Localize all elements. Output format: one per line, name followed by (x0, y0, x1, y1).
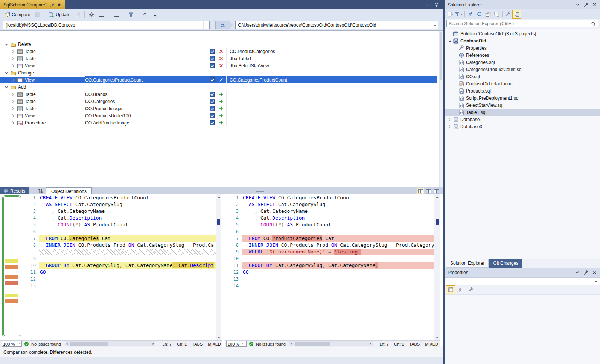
pin-icon[interactable] (50, 2, 55, 7)
tree-item-co-sql[interactable]: CO.sql (445, 73, 600, 80)
dropdown-arrow[interactable] (432, 21, 438, 29)
dropdown-arrow[interactable] (203, 21, 209, 29)
expand-row-icon[interactable] (11, 63, 16, 68)
tree-item-contosoold-refactorlog[interactable]: ContosoOld.refactorlog (445, 80, 600, 87)
target-vertical-scrollbar[interactable] (434, 194, 440, 340)
search-input[interactable] (446, 20, 598, 27)
diff-mark[interactable] (5, 294, 18, 297)
collapse-icon[interactable] (447, 38, 453, 44)
pin-icon[interactable] (583, 2, 589, 8)
include-checkbox[interactable] (210, 113, 215, 118)
code-line[interactable]: AS SELECT Cat.CategorySlug (39, 201, 216, 208)
compare-options-button[interactable] (87, 11, 96, 19)
tree-item-contosoold[interactable]: ContosoOld (445, 37, 600, 44)
expand-row-icon[interactable] (11, 106, 16, 111)
target-connection-combo[interactable]: C:\Users\drskwier\source\repos\ContosoOl… (235, 21, 438, 29)
next-difference-button[interactable] (150, 11, 160, 19)
expand-icon[interactable] (447, 124, 453, 129)
source-vertical-scrollbar[interactable] (216, 194, 221, 340)
tool-tab-solution-explorer[interactable]: Solution Explorer (446, 259, 489, 268)
include-checkbox[interactable] (210, 106, 215, 111)
expand-row-icon[interactable] (11, 92, 16, 97)
include-checkbox[interactable] (210, 120, 215, 125)
expand-row-icon[interactable] (11, 99, 16, 104)
include-checkbox[interactable] (210, 63, 215, 68)
code-line[interactable] (242, 282, 434, 289)
compare-row-co.categories[interactable]: TableCO.Categories (0, 98, 437, 105)
source-definition-editor[interactable]: 1CREATE VIEW CO.CategoriesProductCount2 … (22, 194, 216, 340)
search-icon[interactable] (591, 21, 596, 27)
scrollbar-thumb[interactable] (70, 342, 108, 346)
compare-button[interactable]: Compare (2, 11, 32, 19)
scroll-up-icon[interactable] (435, 195, 440, 200)
compare-row-co.addproductimage[interactable]: ProcedureCO.AddProductImage (0, 119, 437, 126)
horizontal-scrollbar[interactable] (65, 341, 156, 346)
compare-row-co.productcategories[interactable]: TableCO.ProductCategories (0, 48, 437, 55)
code-line[interactable]: GO (39, 269, 216, 276)
tree-item-table1-sql[interactable]: Table1.sql (445, 109, 600, 116)
diff-overview-margin[interactable] (2, 195, 21, 337)
scroll-down-icon[interactable] (435, 335, 440, 340)
scroll-right-icon[interactable] (368, 341, 373, 346)
code-line[interactable]: , Cat.CategoryName (242, 208, 434, 215)
collapse-group-icon[interactable] (4, 85, 9, 90)
tab-sqlschemacompare2[interactable]: SqlSchemaCompare2 (0, 0, 65, 9)
include-checkbox[interactable] (210, 56, 215, 61)
categorized-button[interactable] (446, 286, 455, 294)
include-checkbox[interactable] (210, 77, 215, 82)
expand-row-icon[interactable] (11, 49, 16, 54)
group-results-button[interactable] (97, 11, 111, 19)
split-view-button[interactable] (417, 188, 424, 194)
compare-row-co.productsunder100[interactable]: ViewCO.ProductsUnder100 (0, 112, 437, 119)
compare-row-co.brands[interactable]: TableCO.Brands (0, 91, 437, 98)
tab-list-chevron-icon[interactable] (425, 2, 429, 7)
previous-difference-button[interactable] (140, 11, 150, 19)
diff-mark[interactable] (5, 281, 18, 285)
code-line[interactable]: , Cat.Description (39, 215, 216, 221)
group-row-change[interactable]: Change (0, 69, 437, 76)
target-definition-editor[interactable]: 1CREATE VIEW CO.CategoriesProductCount2 … (225, 194, 434, 340)
tree-item-script-predeployment1-sql[interactable]: Script.PreDeployment1.sql (445, 94, 600, 102)
refresh-button[interactable] (475, 10, 483, 18)
tree-item-categoriesproductcount-sql[interactable]: CategoriesProductCount.sql (445, 66, 600, 73)
code-line[interactable] (39, 282, 216, 289)
grid-vertical-scrollbar[interactable] (439, 31, 443, 187)
collapse-all-button[interactable] (484, 10, 492, 18)
code-line[interactable]: GROUP BY Cat.CategorySlug, Cat.CategoryN… (242, 262, 434, 269)
code-line[interactable]: , Cat.CategoryName (39, 208, 216, 215)
gear-icon[interactable] (434, 2, 439, 7)
code-line[interactable]: WHERE '$(EnvironmentName)' = 'testing' (242, 249, 434, 255)
group-row-add[interactable]: Add (0, 83, 437, 91)
code-line[interactable] (39, 276, 216, 282)
code-line[interactable] (242, 228, 434, 235)
code-line[interactable]: , Cat.Description (242, 215, 434, 221)
source-only-view-button[interactable] (425, 188, 432, 194)
expand-row-icon[interactable] (11, 56, 16, 61)
tree-item-products-sql[interactable]: Products.sql (445, 87, 600, 94)
code-line[interactable]: FROM CO.ProductCategories Cat (242, 235, 434, 242)
splitter-grip[interactable] (256, 190, 264, 192)
tree-item-database1[interactable]: Database1 (445, 116, 600, 123)
code-line[interactable]: CREATE VIEW CO.CategoriesProductCount (242, 194, 434, 201)
scroll-up-icon[interactable] (216, 195, 221, 200)
show-all-files-button[interactable] (492, 10, 501, 18)
include-checkbox[interactable] (210, 92, 215, 97)
code-line[interactable]: INNER JOIN CO.Products Prod ON Cat.Categ… (242, 242, 434, 249)
properties-object-combo[interactable] (445, 277, 600, 285)
source-connection-combo[interactable]: (localdb)\MSSQLLocalDB.Contoso (3, 21, 210, 29)
compare-row-co.productimages[interactable]: TableCO.ProductImages (0, 105, 437, 112)
code-line[interactable]: GROUP BY Cat.CategorySlug, Cat.CategoryN… (39, 262, 216, 269)
expand-row-icon[interactable] (11, 120, 16, 126)
code-line[interactable] (242, 255, 434, 262)
sort-icon[interactable] (37, 188, 44, 194)
close-icon[interactable] (592, 2, 597, 8)
code-line[interactable]: INNER JOIN CO.Products Prod ON Cat.Categ… (39, 242, 216, 249)
property-pages-button[interactable] (467, 286, 475, 294)
group-row-delete[interactable]: Delete (0, 41, 437, 48)
alphabetical-button[interactable]: AZ (455, 286, 463, 294)
funnel-filter-button[interactable] (126, 11, 136, 19)
code-line[interactable]: GO (242, 269, 434, 276)
expand-row-icon[interactable] (11, 77, 16, 83)
expand-row-icon[interactable] (11, 113, 16, 118)
tab-object-definitions[interactable]: Object Definitions (46, 187, 92, 195)
